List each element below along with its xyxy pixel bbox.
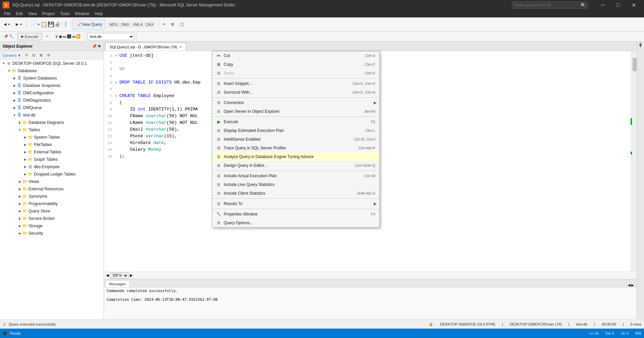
context-menu-item-results-to[interactable]: ⊞ Results To ▶ — [212, 199, 379, 208]
cm-icon-generic: ⊞ — [217, 163, 220, 168]
cm-icon-generic: ⊞ — [217, 191, 220, 196]
cm-item-icon: ⊞ — [215, 89, 222, 96]
shortcut-label: Shift+Alt+S — [357, 191, 377, 195]
cm-item-label: Paste — [224, 71, 365, 76]
submenu-arrow-icon: ▶ — [374, 201, 377, 206]
context-menu-item-connection[interactable]: ⊞ Connection ▶ — [212, 98, 379, 107]
context-menu-separator — [212, 78, 379, 79]
context-menu-separator — [212, 116, 379, 117]
cm-item-label: Cut — [224, 53, 365, 58]
cm-item-icon: ⊞ — [215, 219, 222, 227]
context-menu-item-execute[interactable]: ▶ Execute F5 — [212, 117, 379, 126]
cm-item-icon: ⊞ — [215, 190, 222, 197]
cm-icon-generic: ⊞ — [217, 154, 220, 159]
context-menu-separator — [212, 171, 379, 171]
context-menu-item-client-stats[interactable]: ⊞ Include Client Statistics Shift+Alt+S — [212, 189, 379, 198]
cm-icon-generic: ⊞ — [217, 81, 220, 86]
properties-icon: 🔧 — [216, 212, 221, 216]
context-menu-separator — [212, 198, 379, 199]
context-menu-item-trace-query[interactable]: ⊞ Trace Query in SQL Server Profiler Ctr… — [212, 144, 379, 152]
context-menu-separator — [212, 209, 379, 209]
cm-icon-generic: ⊞ — [217, 174, 220, 178]
cm-item-label: Insert Snippet... — [224, 81, 353, 86]
cm-item-label: Copy — [224, 62, 365, 67]
cm-icon-generic: ⊞ — [217, 182, 220, 187]
cm-icon-generic: ⊞ — [217, 109, 220, 114]
cm-item-icon: ⊞ — [215, 181, 222, 188]
context-menu-item-intellisense[interactable]: ⊞ IntelliSense Enabled Ctrl+B, Ctrl+I — [212, 135, 379, 144]
cm-item-icon: ⊞ — [215, 200, 222, 207]
cm-item-icon: ⊞ — [215, 61, 222, 68]
cm-item-icon: ⊞ — [215, 108, 222, 115]
submenu-arrow-icon: ▶ — [374, 100, 377, 105]
cm-item-label: IntelliSense Enabled — [224, 137, 354, 142]
cm-item-label: Query Options... — [224, 221, 377, 225]
cm-icon-generic: ⊞ — [217, 146, 220, 150]
cm-icon-generic: ⊞ — [217, 100, 220, 105]
cm-item-icon: ✂ — [215, 52, 222, 59]
cm-icon-generic: ⊞ — [217, 71, 220, 76]
cm-icon-generic: ⊞ — [217, 128, 220, 133]
cm-item-label: Analyze Query in Database Engine Tuning … — [224, 154, 377, 159]
context-menu-overlay[interactable]: ✂ Cut Ctrl+X ⊞ Copy Ctrl+C ⊞ Paste Ctrl+… — [0, 0, 644, 338]
cm-item-icon: ⊞ — [215, 153, 222, 160]
cm-item-icon: ⊞ — [215, 136, 222, 143]
execute-icon: ▶ — [217, 119, 220, 124]
cm-item-icon: ▶ — [215, 118, 222, 126]
context-menu-item-copy[interactable]: ⊞ Copy Ctrl+C — [212, 60, 379, 69]
copy-icon: ⊞ — [217, 62, 220, 67]
cm-icon-generic: ⊞ — [217, 137, 220, 142]
context-menu-item-design-query[interactable]: ⊞ Design Query in Editor... Ctrl+Shift+Q — [212, 161, 379, 170]
cm-item-icon: ⊞ — [215, 69, 222, 77]
context-menu-item-open-server[interactable]: ⊞ Open Server in Object Explorer Alt+F8 — [212, 107, 379, 116]
cm-item-label: Connection — [224, 100, 374, 105]
context-menu-item-paste: ⊞ Paste Ctrl+V — [212, 69, 379, 78]
shortcut-label: Ctrl+B, Ctrl+I — [354, 137, 377, 141]
cm-item-icon: ⊞ — [215, 80, 222, 87]
cm-item-label: Include Actual Execution Plan — [224, 174, 364, 178]
shortcut-label: Ctrl+L — [365, 129, 377, 133]
context-menu-item-display-plan[interactable]: ⊞ Display Estimated Execution Plan Ctrl+… — [212, 126, 379, 135]
context-menu-item-insert-snippet[interactable]: ⊞ Insert Snippet... Ctrl+K, Ctrl+X — [212, 79, 379, 88]
cm-item-label: Include Client Statistics — [224, 191, 357, 196]
cm-icon-generic: ⊞ — [217, 90, 220, 95]
cut-icon: ✂ — [217, 53, 221, 58]
cm-item-label: Trace Query in SQL Server Profiler — [224, 146, 359, 150]
context-menu-item-query-options[interactable]: ⊞ Query Options... — [212, 219, 379, 227]
cm-item-label: Include Live Query Statistics — [224, 182, 377, 187]
shortcut-label: Ctrl+C — [365, 62, 377, 66]
shortcut-label: Ctrl+V — [365, 71, 377, 75]
cm-item-label: Display Estimated Execution Plan — [224, 128, 365, 133]
context-menu-item-surround-with[interactable]: ⊞ Surround With... Ctrl+K, Ctrl+S — [212, 88, 379, 97]
context-menu-separator — [212, 97, 379, 98]
app-container: S SQLQuery1.sql - DESKTOP-ISMOFCB.test-d… — [0, 0, 644, 338]
context-menu-item-actual-plan[interactable]: ⊞ Include Actual Execution Plan Ctrl+M — [212, 172, 379, 180]
context-menu-item-analyze-query[interactable]: ⊞ Analyze Query in Database Engine Tunin… — [212, 152, 379, 161]
shortcut-label: Ctrl+M — [364, 174, 377, 178]
cm-icon-generic: ⊞ — [217, 221, 220, 225]
shortcut-label: Ctrl+K, Ctrl+S — [353, 90, 377, 94]
shortcut-label: F5 — [371, 120, 377, 124]
cm-item-label: Results To — [224, 201, 374, 206]
cm-item-icon: ⊞ — [215, 144, 222, 152]
context-menu-item-properties[interactable]: 🔧 Properties Window F4 — [212, 210, 379, 219]
context-menu-item-cut[interactable]: ✂ Cut Ctrl+X — [212, 51, 379, 60]
context-menu-item-live-stats[interactable]: ⊞ Include Live Query Statistics — [212, 180, 379, 189]
cm-icon-generic: ⊞ — [217, 201, 220, 206]
context-menu: ✂ Cut Ctrl+X ⊞ Copy Ctrl+C ⊞ Paste Ctrl+… — [212, 51, 380, 228]
cm-item-label: Execute — [224, 119, 371, 124]
shortcut-label: Ctrl+X — [365, 54, 377, 58]
cm-item-icon: ⊞ — [215, 162, 222, 169]
shortcut-label: Ctrl+K, Ctrl+X — [353, 82, 377, 86]
cm-item-label: Open Server in Object Explorer — [224, 109, 365, 114]
cm-item-icon: 🔧 — [215, 210, 222, 218]
cm-item-icon: ⊞ — [215, 127, 222, 134]
cm-item-label: Properties Window — [224, 212, 371, 216]
cm-item-icon: ⊞ — [215, 172, 222, 180]
shortcut-label: F4 — [371, 212, 377, 216]
cm-item-label: Design Query in Editor... — [224, 163, 355, 168]
shortcut-label: Alt+F8 — [365, 109, 377, 113]
cm-item-icon: ⊞ — [215, 99, 222, 106]
cm-item-label: Surround With... — [224, 90, 353, 95]
shortcut-label: Ctrl+Shift+Q — [355, 163, 377, 167]
